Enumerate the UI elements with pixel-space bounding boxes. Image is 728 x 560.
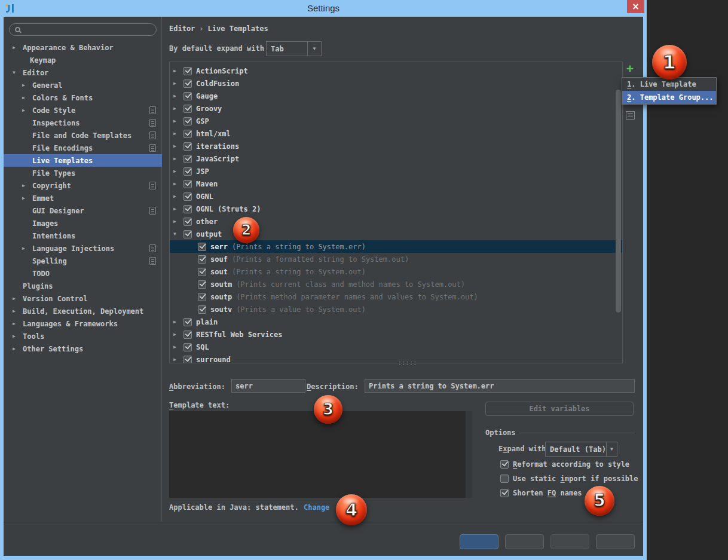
sidebar-item[interactable]: Live Templates <box>4 154 162 167</box>
description-input[interactable]: Prints a string to System.err <box>365 379 635 393</box>
checkbox[interactable] <box>183 230 192 238</box>
template-tree-row[interactable]: souf (Prints a formatted string to Syste… <box>170 253 622 265</box>
tree-arrow-icon[interactable]: ▶ <box>173 332 176 337</box>
tree-arrow-icon[interactable]: ▶ <box>173 319 176 325</box>
template-tree-row[interactable]: soutp (Prints method parameter names and… <box>170 290 622 303</box>
template-tree-row[interactable]: ▶ OGNL (Struts 2) <box>170 203 622 215</box>
sidebar-item[interactable]: ▶ Language Injections <box>4 242 162 255</box>
sidebar-item[interactable]: File Encodings <box>4 142 162 154</box>
tree-arrow-icon[interactable]: ▼ <box>173 231 176 237</box>
checkbox[interactable] <box>183 343 192 351</box>
tree-arrow-icon[interactable]: ▶ <box>22 95 25 100</box>
template-tree-row[interactable]: serr (Prints a string to System.err) <box>170 240 622 253</box>
chevron-down-icon[interactable]: ▼ <box>307 42 321 56</box>
checkbox[interactable] <box>500 460 509 469</box>
template-tree-row[interactable]: ▶ Maven <box>170 178 622 190</box>
tree-arrow-icon[interactable]: ▶ <box>173 206 176 212</box>
tree-arrow-icon[interactable]: ▶ <box>173 181 176 186</box>
expand-with-select[interactable]: Default (Tab) ▼ <box>545 442 617 457</box>
list-icon[interactable] <box>626 111 635 120</box>
checkbox[interactable] <box>183 67 192 75</box>
sidebar-item[interactable]: ▶ Emmet <box>4 192 162 204</box>
sidebar-item[interactable]: File Types <box>4 167 162 179</box>
sidebar-item[interactable]: ▼ Editor <box>4 66 162 79</box>
option-checkbox-row[interactable]: Shorten FQ names <box>500 488 582 498</box>
template-tree-row[interactable]: ▶ JSP <box>170 165 622 178</box>
tree-arrow-icon[interactable]: ▶ <box>173 169 176 174</box>
sidebar-item[interactable]: Spelling <box>4 255 162 267</box>
checkbox[interactable] <box>183 192 192 201</box>
default-expand-select[interactable]: Tab ▼ <box>266 41 322 56</box>
sidebar-item[interactable]: Keymap <box>4 54 162 66</box>
template-tree-row[interactable]: ▶ plain <box>170 316 622 328</box>
checkbox[interactable] <box>183 105 192 113</box>
checkbox[interactable] <box>183 79 192 88</box>
template-tree-row[interactable]: ▶ Groovy <box>170 102 622 115</box>
sidebar-item[interactable]: Inspections <box>4 117 162 129</box>
tree-arrow-icon[interactable]: ▶ <box>22 183 25 188</box>
checkbox[interactable] <box>183 155 192 163</box>
checkbox[interactable] <box>198 243 206 251</box>
checkbox[interactable] <box>198 255 206 264</box>
checkbox[interactable] <box>198 305 206 314</box>
template-tree-row[interactable]: soutv (Prints a value to System.out) <box>170 303 622 316</box>
template-tree-row[interactable]: ▶ iterations <box>170 140 622 152</box>
checkbox[interactable] <box>183 331 192 339</box>
tree-arrow-icon[interactable]: ▶ <box>173 194 176 199</box>
dialog-button[interactable] <box>596 534 635 549</box>
sidebar-item[interactable]: Plugins <box>4 280 162 292</box>
template-tree-row[interactable]: ▶ SQL <box>170 341 622 353</box>
checkbox[interactable] <box>183 205 192 213</box>
sidebar-item[interactable]: Intentions <box>4 229 162 242</box>
template-tree-row[interactable]: ▶ GSP <box>170 115 622 127</box>
tree-arrow-icon[interactable]: ▶ <box>22 108 25 113</box>
checkbox[interactable] <box>183 142 192 151</box>
splitter-handle[interactable]: ·········· <box>398 361 416 366</box>
dialog-button[interactable] <box>505 534 544 549</box>
sidebar-item[interactable]: TODO <box>4 267 162 280</box>
tree-arrow-icon[interactable]: ▶ <box>13 346 16 351</box>
checkbox[interactable] <box>183 92 192 100</box>
checkbox[interactable] <box>183 356 192 364</box>
tree-arrow-icon[interactable]: ▶ <box>22 195 25 201</box>
template-tree-row[interactable]: sout (Prints a string to System.out) <box>170 265 622 278</box>
tree-arrow-icon[interactable]: ▶ <box>173 219 176 224</box>
checkbox[interactable] <box>183 318 192 326</box>
checkbox[interactable] <box>183 180 192 188</box>
window-titlebar[interactable]: Settings × <box>0 0 647 17</box>
tree-arrow-icon[interactable]: ▶ <box>173 156 176 161</box>
checkbox[interactable] <box>183 130 192 138</box>
sidebar-item[interactable]: ▶ Other Settings <box>4 342 162 355</box>
sidebar-item[interactable]: ▶ Copyright <box>4 179 162 192</box>
popup-menu-item[interactable]: 2. Template Group... <box>622 91 716 104</box>
tree-arrow-icon[interactable]: ▶ <box>173 118 176 124</box>
tree-arrow-icon[interactable]: ▶ <box>173 131 176 136</box>
template-tree-row[interactable]: ▶ OGNL <box>170 190 622 203</box>
checkbox[interactable] <box>183 167 192 176</box>
checkbox[interactable] <box>183 218 192 226</box>
checkbox[interactable] <box>198 268 206 276</box>
tree-arrow-icon[interactable]: ▶ <box>173 106 176 111</box>
tree-arrow-icon[interactable]: ▶ <box>22 82 25 88</box>
sidebar-item[interactable]: ▶ Appearance & Behavior <box>4 41 162 54</box>
checkbox[interactable] <box>500 489 509 497</box>
chevron-down-icon[interactable]: ▼ <box>606 442 617 456</box>
abbreviation-input[interactable]: serr <box>231 379 305 393</box>
sidebar-item[interactable]: ▶ Build, Execution, Deployment <box>4 305 162 317</box>
sidebar-item[interactable]: ▶ Languages & Frameworks <box>4 317 162 330</box>
dialog-button[interactable] <box>460 534 498 549</box>
tree-arrow-icon[interactable]: ▶ <box>173 81 176 86</box>
tree-arrow-icon[interactable]: ▼ <box>13 70 16 75</box>
tree-arrow-icon[interactable]: ▶ <box>22 246 25 251</box>
sidebar-item[interactable]: ▶ Version Control <box>4 292 162 305</box>
sidebar-item[interactable]: File and Code Templates <box>4 129 162 142</box>
template-tree-row[interactable]: soutm (Prints current class and method n… <box>170 278 622 290</box>
settings-search-input[interactable] <box>9 23 157 36</box>
sidebar-item[interactable]: ▶ Colors & Fonts <box>4 91 162 104</box>
option-checkbox-row[interactable]: Reformat according to style <box>500 460 629 469</box>
close-button[interactable]: × <box>627 0 644 13</box>
sidebar-item[interactable]: ▶ General <box>4 79 162 91</box>
option-checkbox-row[interactable]: Use static import if possible <box>500 474 638 484</box>
sidebar-item[interactable]: Images <box>4 217 162 229</box>
sidebar-item[interactable]: GUI Designer <box>4 204 162 217</box>
